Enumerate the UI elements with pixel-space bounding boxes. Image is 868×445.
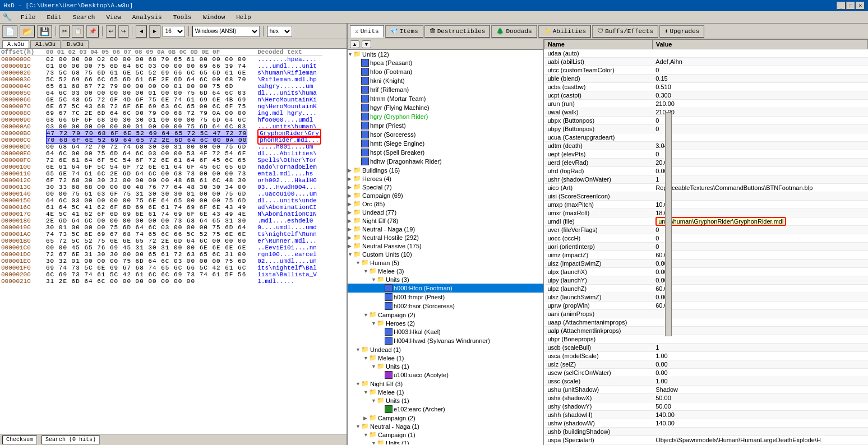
tab-upgrades[interactable]: ⬆ Upgrades bbox=[659, 25, 704, 38]
tree-item-hdhw[interactable]: hdhw (Dragonhawk Rider) bbox=[348, 157, 543, 166]
tree-item-human-5[interactable]: ▼📁Human (5) bbox=[348, 258, 543, 267]
tree-item-units-12[interactable]: ▼📁Units (12) bbox=[348, 50, 543, 58]
cut-button[interactable]: ✂ bbox=[59, 25, 70, 38]
tree-item-melee-1a[interactable]: ▼📁Melee (1) bbox=[348, 354, 543, 362]
menu-window[interactable]: Window bbox=[201, 13, 228, 22]
hex-bytes-cell[interactable]: 64 6C 03 00 00 00 00 00 01 00 00 75 6D 6… bbox=[45, 90, 248, 96]
mode-select[interactable]: hex bbox=[267, 26, 292, 37]
tree-item-H003[interactable]: H003:Hkal (Kael) bbox=[348, 327, 543, 336]
hex-bytes-cell[interactable]: 64 6C 03 00 00 00 00 75 6E 64 65 00 00 0… bbox=[45, 197, 248, 204]
tree-item-H004[interactable]: H004:Hvwd (Sylvanas Windrunner) bbox=[348, 336, 543, 345]
tree-item-hgry[interactable]: hgry (Gryphon Rider) bbox=[348, 112, 543, 121]
hex-bytes-cell[interactable]: 5C 52 69 66 6C 65 6D 61 6E 2E 6D 64 6C 0… bbox=[45, 76, 248, 83]
tree-item-neutral-hostile-292[interactable]: ▶📁Neutral Hostile (292) bbox=[348, 233, 543, 242]
tree-item-custom-units-10[interactable]: ▼📁Custom Units (10) bbox=[348, 250, 543, 258]
tree-expand-all[interactable]: ▲ bbox=[350, 40, 359, 48]
hex-bytes-cell[interactable]: 6E 67 5C 43 68 72 6F 6E 69 63 6C 65 00 6… bbox=[45, 103, 248, 110]
hex-bytes-cell[interactable]: 68 66 6F 6F 68 30 30 30 01 00 00 00 75 6… bbox=[45, 117, 248, 123]
tree-item-hmpr[interactable]: hmpr (Priest) bbox=[348, 121, 543, 130]
tree-item-hmtt[interactable]: hmtt (Siege Engine) bbox=[348, 139, 543, 148]
tree-collapse-all[interactable]: ▼ bbox=[362, 40, 371, 48]
hex-bytes-cell[interactable]: 72 67 6E 31 30 30 00 00 65 61 72 63 65 6… bbox=[45, 251, 248, 258]
tab-a-w3u[interactable]: A.w3u bbox=[2, 40, 29, 48]
tab-abilities[interactable]: ✨ Abilities bbox=[538, 25, 591, 38]
tree-item-hpea[interactable]: hpea (Peasant) bbox=[348, 58, 543, 67]
hex-bytes-cell[interactable]: 30 01 00 00 00 75 6D 64 6C 03 00 00 00 7… bbox=[45, 224, 248, 231]
hex-bytes-cell[interactable]: 02 00 00 00 02 00 00 00 68 70 65 61 00 0… bbox=[45, 56, 248, 63]
tree-item-heroes-4[interactable]: ▶📁Heroes (4) bbox=[348, 174, 543, 183]
menu-edit[interactable]: Edit bbox=[44, 13, 63, 22]
maximize-button[interactable]: □ bbox=[846, 2, 855, 10]
hex-bytes-cell[interactable]: 00 00 75 61 63 6F 75 31 30 30 30 01 00 0… bbox=[45, 191, 248, 197]
redo-button[interactable]: ↪ bbox=[118, 25, 128, 38]
undo-button[interactable]: ↩ bbox=[106, 25, 116, 38]
tab-a1-w3u[interactable]: A1.w3u bbox=[30, 40, 61, 48]
hex-bytes-cell[interactable]: 00 00 45 65 76 69 45 31 30 31 00 00 6E 6… bbox=[45, 244, 248, 251]
hex-bytes-cell[interactable]: 6E 61 64 6F 5C 54 6F 72 6E 61 64 6F 45 6… bbox=[45, 164, 248, 170]
tree-item-special-7[interactable]: ▶📁Special (7) bbox=[348, 183, 543, 191]
menu-analysis[interactable]: Analysis bbox=[130, 13, 164, 22]
tree-item-h002[interactable]: h002:hsor (Sorceress) bbox=[348, 302, 543, 310]
copy-button[interactable]: 📋 bbox=[72, 25, 84, 38]
tab-b-w3u[interactable]: B.w3u bbox=[62, 40, 89, 48]
hex-bytes-cell[interactable]: 61 64 5C 41 62 6F 6D 69 6E 61 74 69 6F 6… bbox=[45, 204, 248, 211]
tree-item-campaign-69[interactable]: ▶📁Campaign (69) bbox=[348, 191, 543, 200]
tree-item-campaign-2b[interactable]: ▶📁Campaign (2) bbox=[348, 414, 543, 422]
hex-bytes-cell[interactable]: 70 68 6F 6E 52 69 64 65 72 2E 6D 64 6C 0… bbox=[45, 137, 248, 143]
hex-bytes-cell[interactable]: 64 6C 00 00 75 6D 64 6C 03 00 00 53 4F 7… bbox=[45, 150, 248, 157]
tree-item-hfoo[interactable]: hfoo (Footman) bbox=[348, 67, 543, 76]
tree-item-orc-85[interactable]: ▶📁Orc (85) bbox=[348, 200, 543, 208]
tree-item-melee-1b[interactable]: ▼📁Melee (1) bbox=[348, 388, 543, 396]
tree-item-hmtm[interactable]: htmm (Mortar Team) bbox=[348, 94, 543, 103]
open-button[interactable]: 📂 bbox=[20, 25, 35, 38]
hex-bytes-cell[interactable]: 30 33 68 68 00 00 00 48 76 77 64 48 30 3… bbox=[45, 184, 248, 191]
hex-bytes-cell[interactable]: 69 67 7C 2E 6D 64 6C 00 79 00 68 72 79 0… bbox=[45, 110, 248, 117]
encoding-select[interactable]: Windows (ANSI) bbox=[192, 26, 260, 37]
hex-bytes-cell[interactable]: 01 00 00 00 75 6D 64 6C 03 00 00 00 69 6… bbox=[45, 63, 248, 69]
tree-item-units-1a[interactable]: ▼📁Units (1) bbox=[348, 362, 543, 370]
hex-bytes-cell[interactable]: 65 72 5C 52 75 6E 6E 65 72 2E 6D 64 6C 0… bbox=[45, 238, 248, 244]
tree-item-neutral-passive-175[interactable]: ▶📁Neutral Passive (175) bbox=[348, 242, 543, 250]
hex-bytes-cell[interactable]: 73 5C 68 75 6D 61 6E 5C 52 69 66 6C 65 6… bbox=[45, 69, 248, 76]
tree-item-nightelf-3[interactable]: ▼📁Night Elf (3) bbox=[348, 379, 543, 388]
minimize-button[interactable]: _ bbox=[837, 2, 846, 10]
menu-search[interactable]: Search bbox=[71, 13, 98, 22]
tree-item-neutral-naga-19[interactable]: ▶📁Neutral - Naga (19) bbox=[348, 225, 543, 233]
tree-item-units-3[interactable]: ▼📁Units (3) bbox=[348, 275, 543, 284]
tree-item-campaign-1a[interactable]: ▼📁Campaign (1) bbox=[348, 430, 543, 439]
hex-bytes-cell[interactable]: 6F 72 68 30 30 32 00 00 00 00 48 6B 61 6… bbox=[45, 177, 248, 184]
hex-bytes-cell[interactable]: 6E 5C 48 65 72 6F 4D 6F 75 6E 74 61 69 6… bbox=[45, 96, 248, 103]
nav-back[interactable]: ◄ bbox=[136, 25, 147, 38]
tree-item-hgyr[interactable]: hgyr (Flying Machine) bbox=[348, 103, 543, 112]
tree-item-u100[interactable]: u100:uaco (Acolyte) bbox=[348, 370, 543, 379]
hex-bytes-cell[interactable]: 00 68 64 72 70 72 74 68 30 30 31 00 00 0… bbox=[45, 143, 248, 150]
tree-item-e102[interactable]: e102:earc (Archer) bbox=[348, 405, 543, 414]
hex-bytes-cell[interactable]: 65 6E 74 61 6C 2E 6D 64 6C 00 68 73 00 0… bbox=[45, 170, 248, 177]
tree-item-melee-3[interactable]: ▼📁Melee (3) bbox=[348, 267, 543, 275]
nav-forward[interactable]: ► bbox=[149, 25, 160, 38]
close-button[interactable]: ✕ bbox=[856, 2, 865, 10]
tree-item-nightelf-78[interactable]: ▶📁Night Elf (78) bbox=[348, 216, 543, 225]
hex-bytes-cell[interactable]: 31 2E 6D 64 6C 00 00 00 00 00 00 00 bbox=[45, 278, 248, 285]
tree-item-undead-1[interactable]: ▼📁Undead (1) bbox=[348, 345, 543, 354]
hex-bytes-cell[interactable]: 6C 69 73 74 61 5C 42 61 6C 6C 69 73 74 6… bbox=[45, 271, 248, 278]
menu-tools[interactable]: Tools bbox=[171, 13, 194, 22]
tree-item-units-1b[interactable]: ▼📁Units (1) bbox=[348, 396, 543, 405]
tab-buffs[interactable]: 🛡 Buffs/Effects bbox=[592, 25, 658, 38]
hex-bytes-cell[interactable]: 30 32 01 00 00 00 75 6D 64 6C 03 00 00 0… bbox=[45, 258, 248, 265]
tab-units[interactable]: ⚔ Units bbox=[350, 25, 384, 38]
hex-bytes-cell[interactable]: 65 61 68 67 72 79 00 00 00 00 01 00 00 7… bbox=[45, 83, 248, 90]
menu-view[interactable]: View bbox=[104, 13, 123, 22]
tree-item-hsor[interactable]: hsor (Sorceress) bbox=[348, 130, 543, 139]
tree-item-heroes-2[interactable]: ▼📁Heroes (2) bbox=[348, 319, 543, 327]
hex-bytes-cell[interactable]: 4E 5C 41 62 6F 6D 69 6E 61 74 69 6F 6E 4… bbox=[45, 211, 248, 217]
tree-item-hrif[interactable]: hrif (Rifleman) bbox=[348, 85, 543, 94]
paste-button[interactable]: 📌 bbox=[86, 25, 99, 38]
tree-item-units-1c[interactable]: ▼📁Units (1) bbox=[348, 439, 543, 444]
hex-bytes-cell[interactable]: 74 73 5C 6E 69 67 68 74 65 6C 66 5C 52 7… bbox=[45, 231, 248, 238]
tree-item-hspt[interactable]: hspt (Spell Breaker) bbox=[348, 148, 543, 157]
menu-file[interactable]: File bbox=[19, 13, 38, 22]
tree-item-h001[interactable]: h001:hmpr (Priest) bbox=[348, 293, 543, 302]
tree-item-neutral-naga-1[interactable]: ▼📁Neutral - Naga (1) bbox=[348, 422, 543, 430]
hex-bytes-cell[interactable]: 2E 6D 64 6C 00 00 00 00 00 00 73 68 64 6… bbox=[45, 217, 248, 224]
